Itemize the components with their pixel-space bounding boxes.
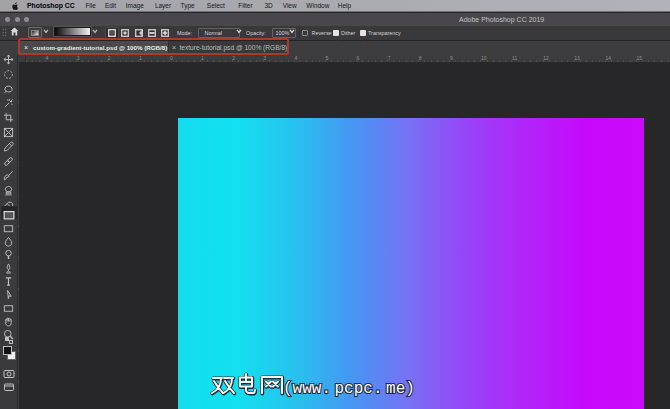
svg-text:(www.pcpc.me): (www.pcpc.me) bbox=[283, 380, 415, 398]
